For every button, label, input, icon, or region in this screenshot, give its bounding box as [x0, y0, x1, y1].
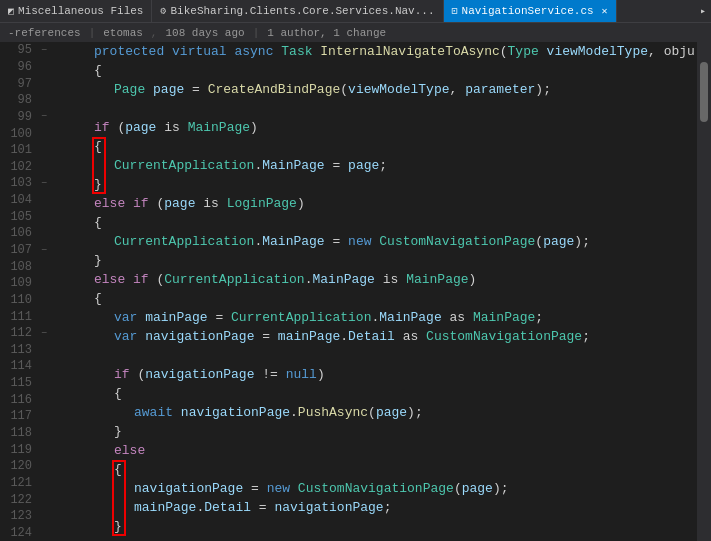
code-token	[273, 44, 281, 59]
gutter-row: 108	[0, 258, 50, 275]
code-token: as	[442, 310, 473, 325]
code-line: }	[54, 251, 697, 270]
code-token: );	[407, 405, 423, 420]
gutter-row: 96	[0, 59, 50, 76]
code-line: else if (CurrentApplication.MainPage is …	[54, 270, 697, 289]
code-token	[227, 44, 235, 59]
code-line: var navigationPage = mainPage.Detail as …	[54, 327, 697, 346]
line-number: 107	[0, 243, 38, 257]
code-token: protected	[94, 44, 164, 59]
line-number: 115	[0, 376, 38, 390]
vertical-scrollbar[interactable]	[697, 42, 711, 541]
line-number: 96	[0, 60, 38, 74]
author-label: etomas	[103, 27, 143, 39]
collapse-icon[interactable]: −	[38, 111, 50, 122]
tab-navservice[interactable]: ⊡ NavigationService.cs ✕	[444, 0, 617, 22]
code-token: MainPage	[379, 310, 441, 325]
info-bar: -references | etomas , 108 days ago | 1 …	[0, 22, 711, 42]
line-number: 112	[0, 326, 38, 340]
code-token: await	[134, 405, 173, 420]
scrollbar-thumb[interactable]	[700, 62, 708, 122]
gutter-row: 118	[0, 425, 50, 442]
close-icon[interactable]: ✕	[602, 5, 608, 17]
collapse-icon[interactable]: −	[38, 178, 50, 189]
code-token: }	[94, 253, 102, 268]
code-token: =	[184, 82, 207, 97]
code-line: if (page is MainPage)	[54, 118, 697, 137]
code-token: MainPage	[262, 158, 324, 173]
code-token: page	[348, 158, 379, 173]
code-line	[54, 536, 697, 541]
code-line: else	[54, 441, 697, 460]
code-token: =	[325, 158, 348, 173]
code-token: page	[164, 196, 195, 211]
code-token: =	[243, 481, 266, 496]
code-token: ;	[379, 158, 387, 173]
line-number: 117	[0, 409, 38, 423]
gutter-row: 114	[0, 358, 50, 375]
collapse-icon[interactable]: −	[38, 328, 50, 339]
code-token: navigationPage	[181, 405, 290, 420]
code-token: is	[195, 196, 226, 211]
code-token	[290, 481, 298, 496]
code-token: =	[208, 310, 231, 325]
code-token: );	[535, 82, 551, 97]
code-token: page	[376, 405, 407, 420]
gutter-row: 116	[0, 391, 50, 408]
tab-misc[interactable]: ◩ Miscellaneous Files	[0, 0, 152, 22]
code-token: if	[133, 272, 149, 287]
code-token: navigationPage	[145, 367, 254, 382]
line-number: 100	[0, 127, 38, 141]
code-token: else	[114, 443, 145, 458]
code-token: if	[133, 196, 149, 211]
code-token: CreateAndBindPage	[208, 82, 341, 97]
code-token: }	[114, 519, 122, 534]
line-number: 95	[0, 43, 38, 57]
code-token: if	[114, 367, 130, 382]
line-number: 118	[0, 426, 38, 440]
tab-bikesharing-label: BikeSharing.Clients.Core.Services.Nav...	[170, 5, 434, 17]
code-token: )	[469, 272, 477, 287]
scroll-right-icon[interactable]: ▸	[695, 5, 711, 17]
tab-navservice-label: NavigationService.cs	[462, 5, 594, 17]
code-token: InternalNavigateToAsync	[320, 44, 499, 59]
line-numbers-gutter: 95−96979899−100101102103−104105106107−10…	[0, 42, 50, 541]
gutter-row: 117	[0, 408, 50, 425]
line-number: 109	[0, 276, 38, 290]
code-content[interactable]: protected virtual async Task InternalNav…	[50, 42, 697, 541]
collapse-icon[interactable]: −	[38, 245, 50, 256]
code-line: {	[54, 384, 697, 403]
code-token: else	[94, 272, 125, 287]
code-token: ;	[535, 310, 543, 325]
gutter-row: 100	[0, 125, 50, 142]
code-token: null	[286, 367, 317, 382]
code-token: navigationPage	[274, 500, 383, 515]
code-token: )	[297, 196, 305, 211]
gutter-row: 105	[0, 208, 50, 225]
code-token: (	[535, 234, 543, 249]
code-token: .	[340, 329, 348, 344]
line-number: 101	[0, 143, 38, 157]
code-token: ,	[450, 82, 466, 97]
code-token: .	[254, 234, 262, 249]
code-token: MainPage	[313, 272, 375, 287]
code-token: );	[493, 481, 509, 496]
code-line: }	[54, 517, 697, 536]
code-token: CurrentApplication	[114, 234, 254, 249]
code-token: =	[251, 500, 274, 515]
tab-bikesharing[interactable]: ⚙ BikeSharing.Clients.Core.Services.Nav.…	[152, 0, 443, 22]
code-token	[137, 329, 145, 344]
collapse-icon[interactable]: −	[38, 45, 50, 56]
gutter-row: 104	[0, 192, 50, 209]
code-token: var	[114, 310, 137, 325]
line-number: 106	[0, 226, 38, 240]
code-token: parameter	[465, 82, 535, 97]
gutter-row: 123	[0, 508, 50, 525]
code-token: CustomNavigationPage	[298, 481, 454, 496]
code-token: PushAsync	[298, 405, 368, 420]
line-number: 124	[0, 526, 38, 540]
line-number: 97	[0, 77, 38, 91]
code-token: );	[574, 234, 590, 249]
code-token: {	[94, 291, 102, 306]
line-number: 111	[0, 310, 38, 324]
